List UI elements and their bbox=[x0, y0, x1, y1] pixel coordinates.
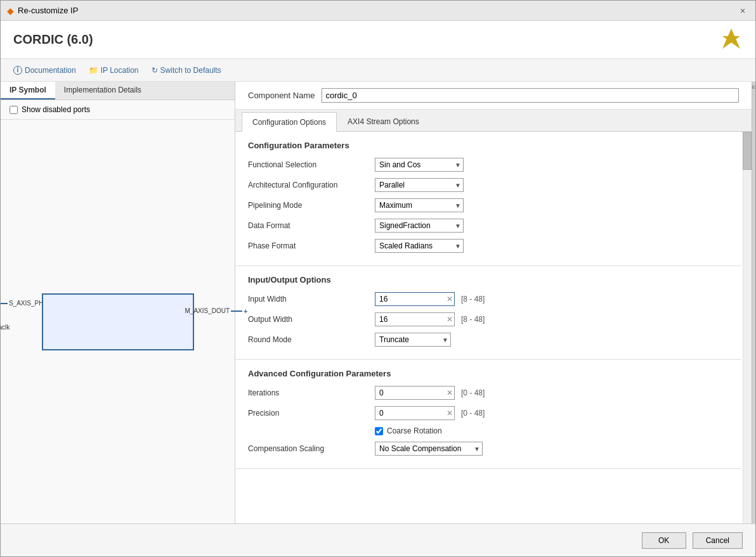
iterations-control: ✕ [0 - 48] bbox=[375, 386, 485, 400]
right-edge-indicator: E bbox=[752, 84, 755, 90]
data-format-select-wrap: SignedFraction UnsignedFraction ▼ bbox=[375, 219, 464, 233]
field-iterations: Iterations ✕ [0 - 48] bbox=[248, 386, 729, 400]
right-panel: Component Name Configuration Options AXI… bbox=[235, 82, 752, 523]
info-icon: i bbox=[13, 66, 22, 75]
iterations-field[interactable] bbox=[375, 387, 445, 399]
output-width-field-wrap: ✕ bbox=[375, 312, 455, 326]
data-format-label: Data Format bbox=[248, 221, 375, 230]
compensation-scaling-select-wrap: No Scale Compensation Scale Compensation… bbox=[375, 442, 483, 456]
functional-selection-label: Functional Selection bbox=[248, 160, 375, 169]
switch-defaults-label: Switch to Defaults bbox=[160, 66, 221, 75]
field-output-width: Output Width ✕ [8 - 48] bbox=[248, 312, 729, 326]
coarse-rotation-label: Coarse Rotation bbox=[387, 426, 442, 435]
pipelining-mode-select[interactable]: Maximum Optimal No Pipelining bbox=[375, 198, 464, 212]
component-name-row: Component Name bbox=[235, 82, 752, 110]
field-data-format: Data Format SignedFraction UnsignedFract… bbox=[248, 219, 729, 233]
component-name-input[interactable] bbox=[322, 88, 740, 103]
ip-block bbox=[42, 293, 194, 350]
left-panel-tabs: IP Symbol Implementation Details bbox=[1, 82, 235, 100]
toolbar: i Documentation 📁 IP Location ↻ Switch t… bbox=[1, 59, 755, 82]
scrollbar-track bbox=[743, 132, 752, 523]
documentation-label: Documentation bbox=[25, 66, 76, 75]
iterations-field-wrap: ✕ bbox=[375, 386, 455, 400]
precision-label: Precision bbox=[248, 409, 375, 418]
section-io-options: Input/Output Options Input Width ✕ [8 - … bbox=[235, 266, 741, 360]
precision-field[interactable] bbox=[375, 407, 445, 419]
close-button[interactable]: × bbox=[736, 4, 749, 17]
config-params-title: Configuration Parameters bbox=[248, 141, 729, 150]
title-bar-left: ◆ Re-customize IP bbox=[7, 6, 78, 16]
precision-range: [0 - 48] bbox=[461, 409, 485, 418]
show-disabled-row: Show disabled ports bbox=[1, 100, 235, 120]
round-mode-select-wrap: Truncate Round ▼ bbox=[375, 333, 451, 347]
phase-format-select-wrap: Scaled Radians Radians ▼ bbox=[375, 239, 464, 253]
compensation-scaling-label: Compensation Scaling bbox=[248, 444, 375, 453]
input-width-range: [8 - 48] bbox=[461, 295, 485, 304]
phase-format-select[interactable]: Scaled Radians Radians bbox=[375, 239, 464, 253]
precision-field-wrap: ✕ bbox=[375, 406, 455, 420]
architectural-config-control: Parallel Word Serial ▼ bbox=[375, 178, 464, 192]
precision-control: ✕ [0 - 48] bbox=[375, 406, 485, 420]
title-bar: ◆ Re-customize IP × bbox=[1, 1, 755, 21]
field-phase-format: Phase Format Scaled Radians Radians ▼ bbox=[248, 239, 729, 253]
input-width-field[interactable] bbox=[375, 293, 445, 305]
main-content: IP Symbol Implementation Details Show di… bbox=[1, 82, 755, 523]
output-width-range: [8 - 48] bbox=[461, 315, 485, 324]
field-input-width: Input Width ✕ [8 - 48] bbox=[248, 292, 729, 306]
svg-marker-0 bbox=[722, 29, 740, 49]
title-bar-text: Re-customize IP bbox=[18, 6, 78, 15]
input-width-field-wrap: ✕ bbox=[375, 292, 455, 306]
architectural-config-select[interactable]: Parallel Word Serial bbox=[375, 178, 464, 192]
field-compensation-scaling: Compensation Scaling No Scale Compensati… bbox=[248, 442, 729, 456]
header-area: CORDIC (6.0) bbox=[1, 21, 755, 59]
ok-button[interactable]: OK bbox=[642, 532, 686, 549]
field-precision: Precision ✕ [0 - 48] bbox=[248, 406, 729, 420]
data-format-control: SignedFraction UnsignedFraction ▼ bbox=[375, 219, 464, 233]
iterations-range: [0 - 48] bbox=[461, 388, 485, 397]
tab-axi4-stream-options[interactable]: AXI4 Stream Options bbox=[337, 112, 430, 131]
phase-format-control: Scaled Radians Radians ▼ bbox=[375, 239, 464, 253]
config-tabs: Configuration Options AXI4 Stream Option… bbox=[235, 110, 752, 132]
left-panel: IP Symbol Implementation Details Show di… bbox=[1, 82, 235, 523]
folder-icon: 📁 bbox=[89, 66, 98, 75]
ip-location-label: IP Location bbox=[101, 66, 139, 75]
config-content: Configuration Parameters Functional Sele… bbox=[235, 132, 752, 523]
input-width-control: ✕ [8 - 48] bbox=[375, 292, 485, 306]
coarse-rotation-checkbox[interactable] bbox=[375, 427, 383, 435]
functional-selection-select-wrap: Sin and Cos Arctan Sinh and Cosh ▼ bbox=[375, 158, 464, 172]
bottom-bar: OK Cancel bbox=[1, 523, 755, 556]
functional-selection-select[interactable]: Sin and Cos Arctan Sinh and Cosh bbox=[375, 158, 464, 172]
output-width-field[interactable] bbox=[375, 313, 445, 326]
scrollbar-thumb[interactable] bbox=[743, 132, 752, 170]
round-mode-select[interactable]: Truncate Round bbox=[375, 333, 451, 347]
dialog-window: ◆ Re-customize IP × CORDIC (6.0) i Docum… bbox=[0, 0, 756, 557]
logo-area bbox=[720, 27, 743, 52]
coarse-rotation-row: Coarse Rotation bbox=[248, 426, 729, 435]
switch-defaults-link[interactable]: ↻ Switch to Defaults bbox=[152, 66, 221, 75]
tab-configuration-options[interactable]: Configuration Options bbox=[242, 112, 337, 132]
ip-location-link[interactable]: 📁 IP Location bbox=[89, 66, 139, 75]
architectural-config-select-wrap: Parallel Word Serial ▼ bbox=[375, 178, 464, 192]
architectural-config-label: Architectural Configuration bbox=[248, 181, 375, 189]
output-width-clear-button[interactable]: ✕ bbox=[445, 315, 454, 324]
app-title: CORDIC (6.0) bbox=[13, 32, 93, 47]
tab-implementation-details[interactable]: Implementation Details bbox=[55, 82, 150, 99]
field-functional-selection: Functional Selection Sin and Cos Arctan … bbox=[248, 158, 729, 172]
output-width-control: ✕ [8 - 48] bbox=[375, 312, 485, 326]
input-width-clear-button[interactable]: ✕ bbox=[445, 295, 454, 304]
section-advanced-params: Advanced Configuration Parameters Iterat… bbox=[235, 360, 741, 469]
documentation-link[interactable]: i Documentation bbox=[13, 66, 76, 75]
data-format-select[interactable]: SignedFraction UnsignedFraction bbox=[375, 219, 464, 233]
compensation-scaling-select[interactable]: No Scale Compensation Scale Compensation bbox=[375, 442, 483, 456]
show-disabled-label: Show disabled ports bbox=[22, 105, 90, 114]
app-logo-icon bbox=[720, 27, 743, 50]
precision-clear-button[interactable]: ✕ bbox=[445, 409, 454, 418]
show-disabled-checkbox[interactable] bbox=[10, 106, 18, 114]
round-mode-control: Truncate Round ▼ bbox=[375, 333, 451, 347]
iterations-clear-button[interactable]: ✕ bbox=[445, 388, 454, 397]
cancel-button[interactable]: Cancel bbox=[693, 532, 743, 549]
ip-symbol-area: + S_AXIS_PHASE aclk M_AXI bbox=[1, 120, 235, 523]
compensation-scaling-control: No Scale Compensation Scale Compensation… bbox=[375, 442, 483, 456]
pipelining-mode-control: Maximum Optimal No Pipelining ▼ bbox=[375, 198, 464, 212]
tab-ip-symbol[interactable]: IP Symbol bbox=[1, 82, 55, 99]
